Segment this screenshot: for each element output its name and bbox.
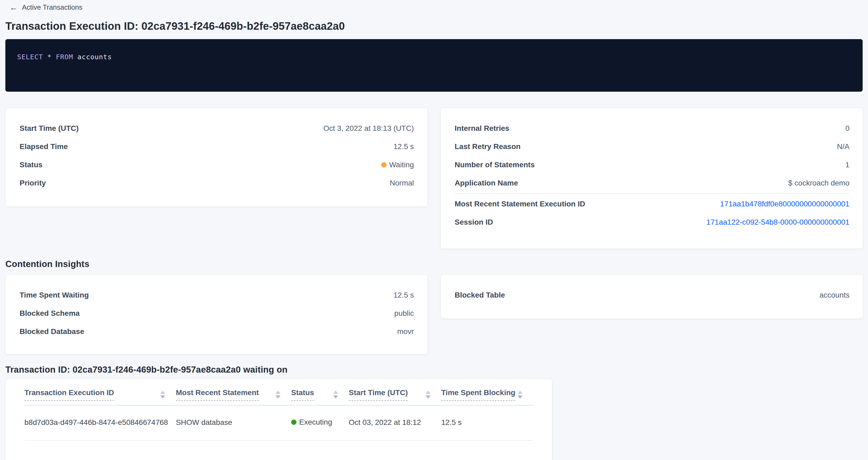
breadcrumb-back-link[interactable]: ← Active Transactions — [10, 3, 82, 11]
application-name-label: Application Name — [455, 179, 518, 188]
statement-execution-id-label: Most Recent Statement Execution ID — [455, 200, 585, 209]
start-time-value: Oct 3, 2022 at 18:13 (UTC) — [323, 124, 414, 133]
cell-most-recent-statement: SHOW database — [176, 405, 291, 440]
number-of-statements-label: Number of Statements — [455, 160, 535, 170]
column-header-transaction-execution-id-label: Transaction Execution ID — [24, 389, 114, 401]
number-of-statements-value: 1 — [845, 160, 849, 170]
last-retry-reason-value: N/A — [837, 142, 849, 151]
contention-insights-heading: Contention Insights — [5, 259, 863, 269]
sql-keyword-select: SELECT — [17, 53, 43, 61]
application-name-row: Application Name $ cockroach demo — [455, 174, 849, 192]
cell-status: Executing — [291, 405, 349, 440]
blocked-database-label: Blocked Database — [20, 327, 84, 336]
session-id-label: Session ID — [455, 218, 493, 227]
sort-icon[interactable] — [276, 391, 280, 399]
table-header-row: Transaction Execution ID Most Recent Sta… — [24, 379, 533, 405]
cell-transaction-execution-id: b8d7d03a-d497-446b-8474-e50846674768 — [24, 405, 176, 440]
start-time-label: Start Time (UTC) — [20, 124, 79, 133]
summary-cards-row: Start Time (UTC) Oct 3, 2022 at 18:13 (U… — [5, 108, 863, 249]
status-row: Status Waiting — [20, 156, 414, 174]
blocked-database-value: movr — [397, 327, 414, 336]
blocked-table-value: accounts — [819, 290, 849, 300]
blocked-schema-value: public — [394, 309, 414, 318]
sort-icon[interactable] — [518, 391, 523, 399]
waiting-on-heading: Transaction ID: 02ca7931-f246-469b-b2fe-… — [5, 365, 863, 375]
priority-row: Priority Normal — [20, 174, 414, 192]
blocked-table-label: Blocked Table — [455, 290, 505, 300]
contention-details-card: Time Spent Waiting 12.5 s Blocked Schema… — [5, 275, 428, 355]
session-id-link[interactable]: 171aa122-c092-54b8-0000-000000000001 — [706, 218, 849, 227]
statement-execution-id-link[interactable]: 171aa1b478fdf0e80000000000000001 — [720, 200, 849, 209]
priority-label: Priority — [20, 179, 46, 188]
elapsed-time-row: Elapsed Time 12.5 s — [20, 137, 414, 156]
application-name-value: $ cockroach demo — [788, 179, 849, 188]
column-header-most-recent-statement[interactable]: Most Recent Statement — [176, 379, 291, 405]
waiting-transactions-table: Transaction Execution ID Most Recent Sta… — [24, 379, 533, 441]
internal-retries-row: Internal Retries 0 — [455, 119, 849, 137]
blocked-database-row: Blocked Database movr — [20, 323, 414, 341]
column-header-start-time[interactable]: Start Time (UTC) — [349, 379, 441, 405]
status-value-text: Waiting — [389, 160, 414, 170]
column-header-status[interactable]: Status — [291, 379, 349, 405]
cell-status-text: Executing — [299, 418, 332, 427]
sql-table-name: accounts — [78, 53, 112, 61]
column-header-start-time-label: Start Time (UTC) — [349, 389, 408, 401]
execution-details-card: Internal Retries 0 Last Retry Reason N/A… — [440, 108, 863, 249]
column-header-transaction-execution-id[interactable]: Transaction Execution ID — [24, 379, 176, 405]
sort-icon[interactable] — [333, 391, 338, 399]
sort-icon[interactable] — [160, 391, 165, 399]
number-of-statements-row: Number of Statements 1 — [455, 156, 849, 174]
time-spent-waiting-value: 12.5 s — [394, 290, 414, 300]
time-spent-waiting-label: Time Spent Waiting — [20, 290, 89, 300]
elapsed-time-value: 12.5 s — [394, 142, 414, 151]
executing-status-dot-icon — [291, 420, 297, 425]
blocked-schema-label: Blocked Schema — [20, 309, 80, 318]
cell-start-time: Oct 03, 2022 at 18:12 — [349, 405, 441, 440]
time-spent-waiting-row: Time Spent Waiting 12.5 s — [20, 286, 414, 304]
last-retry-reason-row: Last Retry Reason N/A — [455, 137, 849, 156]
sql-star-operator: * — [47, 53, 52, 61]
status-value: Waiting — [381, 160, 414, 170]
session-id-row: Session ID 171aa122-c092-54b8-0000-00000… — [455, 213, 849, 231]
column-header-most-recent-statement-label: Most Recent Statement — [176, 389, 259, 401]
sql-statement-box: SELECT * FROM accounts — [5, 39, 863, 92]
last-retry-reason-label: Last Retry Reason — [455, 142, 521, 151]
priority-value: Normal — [390, 179, 414, 188]
sort-icon[interactable] — [426, 391, 431, 399]
waiting-status-dot-icon — [381, 162, 386, 167]
elapsed-time-label: Elapsed Time — [20, 142, 68, 151]
sql-keyword-from: FROM — [56, 53, 73, 61]
cell-time-spent-blocking: 12.5 s — [441, 405, 533, 440]
page-title: Transaction Execution ID: 02ca7931-f246-… — [5, 20, 863, 32]
start-time-row: Start Time (UTC) Oct 3, 2022 at 18:13 (U… — [20, 119, 414, 137]
column-header-status-label: Status — [291, 389, 314, 401]
statement-execution-id-row: Most Recent Statement Execution ID 171aa… — [455, 195, 849, 213]
blocked-table-row: Blocked Table accounts — [455, 286, 849, 304]
internal-retries-value: 0 — [845, 124, 849, 133]
status-label: Status — [20, 160, 42, 170]
back-arrow-icon: ← — [10, 3, 18, 11]
breadcrumb-label: Active Transactions — [22, 3, 82, 11]
waiting-transactions-table-card: Transaction Execution ID Most Recent Sta… — [5, 379, 552, 460]
blocked-table-card: Blocked Table accounts — [440, 275, 863, 319]
transaction-summary-card: Start Time (UTC) Oct 3, 2022 at 18:13 (U… — [5, 108, 428, 207]
table-row: b8d7d03a-d497-446b-8474-e50846674768 SHO… — [24, 405, 533, 440]
column-header-time-spent-blocking-label: Time Spent Blocking — [441, 389, 515, 401]
column-header-time-spent-blocking[interactable]: Time Spent Blocking — [441, 379, 533, 405]
contention-cards-row: Time Spent Waiting 12.5 s Blocked Schema… — [5, 275, 863, 355]
card-divider — [455, 193, 849, 194]
internal-retries-label: Internal Retries — [455, 124, 509, 133]
blocked-schema-row: Blocked Schema public — [20, 304, 414, 323]
